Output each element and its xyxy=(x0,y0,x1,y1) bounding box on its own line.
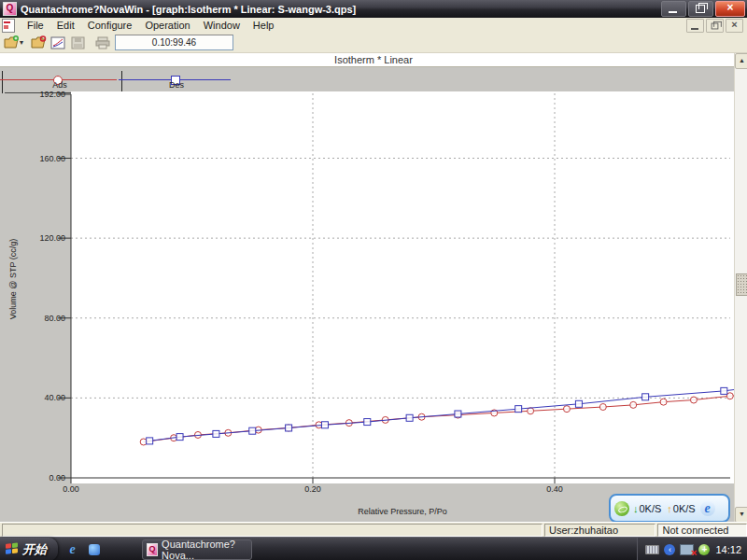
chart-area: Ads Des Volume @ STP (cc/g) Relative Pre… xyxy=(0,67,734,522)
menu-file[interactable]: File xyxy=(21,19,50,32)
close-icon: × xyxy=(716,1,744,14)
menu-edit[interactable]: Edit xyxy=(50,19,81,32)
ads-point-marker xyxy=(563,406,570,413)
vertical-scrollbar[interactable]: ▲ ▼ xyxy=(734,53,747,522)
mdi-minimize-button[interactable] xyxy=(686,19,704,33)
printer-icon xyxy=(95,36,110,49)
graph-icon xyxy=(50,36,65,49)
download-arrow-icon: ↓ xyxy=(633,503,639,514)
legend-label-ads: Ads xyxy=(3,80,117,90)
des-point-marker xyxy=(642,394,649,400)
mdi-close-button[interactable]: × xyxy=(726,19,743,33)
mdi-restore-icon xyxy=(712,22,719,29)
ie-icon[interactable]: e xyxy=(700,501,715,516)
title-bar: Q Quantachrome?NovaWin - [graph:Isotherm… xyxy=(0,0,747,18)
system-tray: ‹ + 14:12 xyxy=(637,538,747,560)
ads-point-marker xyxy=(630,401,637,408)
messenger-quicklaunch-icon[interactable] xyxy=(87,542,101,556)
status-user-panel: User:zhuhaitao xyxy=(544,524,655,537)
document-icon xyxy=(2,19,15,33)
menu-bar: File Edit Configure Operation Window Hel… xyxy=(0,18,747,33)
download-speed: 0K/S xyxy=(640,503,662,514)
open-file-button[interactable] xyxy=(3,35,20,50)
upload-arrow-icon: ↑ xyxy=(667,503,672,514)
status-connection-panel: Not connected xyxy=(657,524,747,537)
des-point-marker xyxy=(364,419,371,426)
des-point-marker xyxy=(321,422,328,428)
des-point-marker xyxy=(286,425,292,431)
y-tick-label: 80.00 xyxy=(17,314,65,323)
net-speed-widget[interactable]: ↓ 0K/S ↑ 0K/S e xyxy=(609,494,730,523)
windows-logo-icon xyxy=(6,542,19,555)
taskbar: 开始 e Q Quantachrome?Nova... ‹ + 14:12 xyxy=(0,537,747,560)
network-disconnected-tray-icon[interactable] xyxy=(680,544,694,555)
task-button-label: Quantachrome?Nova... xyxy=(162,539,251,560)
open-folder-plus-icon xyxy=(4,35,20,49)
des-point-marker xyxy=(176,434,183,441)
close-button[interactable]: × xyxy=(715,1,745,17)
scroll-up-button[interactable]: ▲ xyxy=(735,53,747,69)
task-button-novawin[interactable]: Q Quantachrome?Nova... xyxy=(142,539,252,560)
toolbar: ▾ 0.10:99.46 xyxy=(0,33,747,53)
novawin-task-icon: Q xyxy=(147,543,158,556)
y-tick-label: 40.00 xyxy=(17,393,65,402)
y-tick-label: 0.00 xyxy=(17,473,65,483)
mdi-minimize-icon xyxy=(691,28,698,30)
scrollbar-thumb[interactable] xyxy=(736,273,747,296)
pressure-range-field[interactable]: 0.10:99.46 xyxy=(115,35,233,50)
des-point-marker xyxy=(515,406,522,413)
restore-button[interactable] xyxy=(688,1,713,17)
start-button[interactable]: 开始 xyxy=(0,538,58,560)
x-tick-label: 0.40 xyxy=(536,484,573,494)
y-tick-label: 160.00 xyxy=(17,154,65,163)
window-title: Quantachrome?NovaWin - [graph:Isotherm *… xyxy=(21,4,661,15)
des-point-marker xyxy=(455,411,461,417)
mdi-close-icon: × xyxy=(726,19,742,30)
save-button[interactable] xyxy=(69,35,86,50)
minimize-button[interactable] xyxy=(661,1,686,17)
des-point-marker xyxy=(406,414,413,421)
menu-window[interactable]: Window xyxy=(197,19,247,32)
x-tick-label: 0.00 xyxy=(52,484,90,494)
des-point-marker xyxy=(721,387,727,394)
ads-point-marker xyxy=(599,404,606,411)
open-folder-red-icon xyxy=(31,35,47,49)
input-method-tray-icon[interactable]: ‹ xyxy=(664,544,675,555)
graph-view-button[interactable] xyxy=(49,35,66,50)
net-monitor-tray-icon[interactable]: + xyxy=(698,544,710,555)
open-recent-button[interactable] xyxy=(30,35,47,50)
save-icon xyxy=(71,36,85,49)
x-tick-label: 0.20 xyxy=(294,484,331,494)
ie-quicklaunch-icon[interactable]: e xyxy=(65,542,79,556)
des-point-marker xyxy=(213,430,219,437)
y-tick-label: 120.00 xyxy=(17,233,65,243)
menu-operation[interactable]: Operation xyxy=(138,19,196,32)
ads-point-marker xyxy=(660,399,667,405)
isotherm-plot xyxy=(52,90,734,489)
y-tick-label: 192.00 xyxy=(17,90,65,99)
net-monitor-icon xyxy=(614,501,629,516)
legend-label-des: Des xyxy=(122,80,231,90)
status-bar: User:zhuhaitao Not connected xyxy=(0,522,747,538)
status-message-panel xyxy=(2,524,543,537)
des-point-marker xyxy=(249,427,256,434)
scroll-down-button[interactable]: ▼ xyxy=(735,507,747,523)
ads-point-marker xyxy=(690,397,697,403)
des-point-marker xyxy=(575,400,582,407)
ads-point-marker xyxy=(726,393,733,399)
menu-help[interactable]: Help xyxy=(247,19,281,32)
restore-icon xyxy=(696,5,705,13)
app-icon: Q xyxy=(3,2,17,16)
graph-title: Isotherm * Linear xyxy=(0,53,747,67)
menu-configure[interactable]: Configure xyxy=(81,19,139,32)
start-label: 开始 xyxy=(22,541,47,558)
mdi-restore-button[interactable] xyxy=(706,19,724,33)
taskbar-clock: 14:12 xyxy=(715,544,741,555)
print-button[interactable] xyxy=(94,35,111,50)
ads-point-marker xyxy=(528,408,534,414)
des-point-marker xyxy=(147,438,153,444)
plot-background xyxy=(71,91,734,483)
ads-point-marker xyxy=(140,439,147,445)
open-dropdown-button[interactable]: ▾ xyxy=(20,38,27,47)
keyboard-tray-icon[interactable] xyxy=(645,545,659,554)
